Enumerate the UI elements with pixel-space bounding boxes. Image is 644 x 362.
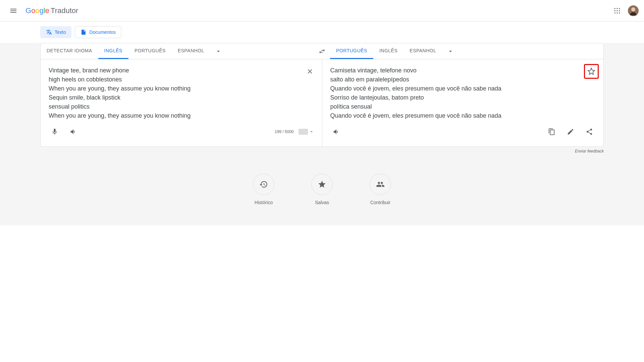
- speaker-icon: [333, 128, 340, 135]
- share-translation-button[interactable]: [583, 126, 595, 138]
- text-mode-chip[interactable]: Texto: [40, 26, 71, 38]
- svg-point-1: [616, 8, 618, 9]
- svg-point-0: [614, 8, 615, 9]
- history-label: Histórico: [255, 200, 273, 205]
- svg-point-2: [619, 8, 620, 9]
- target-lang-tabs: PORTUGUÊS INGLÊS ESPANHOL: [330, 43, 603, 59]
- account-avatar[interactable]: [628, 5, 639, 16]
- target-text-output: Camiseta vintage, telefone novo salto al…: [330, 66, 596, 123]
- star-outline-icon: [587, 67, 595, 75]
- bottom-actions: Histórico Salvas Contribuir: [0, 154, 644, 225]
- documents-mode-chip[interactable]: Documentos: [75, 26, 121, 38]
- copy-translation-button[interactable]: [546, 126, 558, 138]
- detect-language-tab[interactable]: DETECTAR IDIOMA: [41, 43, 98, 59]
- swap-icon: [318, 48, 326, 55]
- hamburger-icon: [9, 7, 17, 15]
- translate-text-icon: [46, 29, 52, 35]
- target-lang-tab-2[interactable]: ESPANHOL: [404, 43, 442, 59]
- source-toolbar: 199 / 5000: [49, 123, 314, 142]
- pencil-icon: [567, 128, 574, 135]
- target-pane: Camiseta vintage, telefone novo salto al…: [322, 59, 604, 146]
- history-button[interactable]: Histórico: [253, 174, 274, 205]
- text-panes: Vintage tee, brand new phone high heels …: [41, 59, 603, 146]
- clear-source-button[interactable]: [304, 65, 316, 77]
- listen-target-button[interactable]: [330, 126, 342, 138]
- swap-languages-button[interactable]: [314, 43, 330, 59]
- keyboard-icon: [299, 129, 308, 135]
- copy-icon: [548, 128, 555, 135]
- source-lang-tabs: DETECTAR IDIOMA INGLÊS PORTUGUÊS ESPANHO…: [41, 43, 314, 59]
- virtual-keyboard-button[interactable]: [299, 129, 314, 135]
- svg-point-10: [631, 7, 635, 11]
- google-translate-logo[interactable]: Google Tradutor: [25, 6, 78, 15]
- product-name: Tradutor: [51, 6, 78, 15]
- star-icon: [318, 180, 326, 189]
- mic-icon: [51, 128, 58, 135]
- app-header: Google Tradutor: [0, 0, 644, 21]
- close-icon: [306, 68, 314, 75]
- chevron-down-icon: [447, 48, 454, 55]
- saved-label: Salvas: [315, 200, 329, 205]
- chevron-down-icon: [215, 48, 222, 55]
- save-translation-button[interactable]: [584, 64, 599, 79]
- svg-point-8: [619, 12, 620, 13]
- mode-chips: Texto Documentos: [0, 21, 644, 43]
- svg-point-4: [616, 10, 618, 11]
- svg-point-5: [619, 10, 620, 11]
- target-lang-tab-1[interactable]: INGLÊS: [373, 43, 404, 59]
- contribute-button[interactable]: Contribuir: [370, 174, 391, 205]
- source-text-input[interactable]: Vintage tee, brand new phone high heels …: [49, 66, 314, 123]
- target-toolbar: [330, 123, 596, 142]
- char-counter-area: 199 / 5000: [275, 129, 314, 135]
- apps-grid-icon: [614, 7, 621, 14]
- language-tabbar: DETECTAR IDIOMA INGLÊS PORTUGUÊS ESPANHO…: [41, 43, 603, 59]
- send-feedback-link[interactable]: Enviar feedback: [0, 147, 644, 154]
- share-icon: [586, 128, 593, 135]
- header-right: [610, 4, 639, 17]
- svg-point-7: [616, 12, 618, 13]
- source-lang-tab-1[interactable]: PORTUGUÊS: [128, 43, 172, 59]
- text-chip-label: Texto: [55, 29, 66, 35]
- header-left: Google Tradutor: [5, 3, 78, 19]
- listen-source-button[interactable]: [67, 126, 79, 138]
- avatar-image: [628, 5, 639, 16]
- history-icon: [259, 180, 268, 189]
- more-target-languages[interactable]: [442, 43, 459, 59]
- char-counter: 199 / 5000: [275, 129, 294, 134]
- hamburger-menu-button[interactable]: [5, 3, 21, 19]
- document-icon: [80, 29, 87, 35]
- more-source-languages[interactable]: [210, 43, 226, 59]
- chevron-down-icon: [309, 129, 314, 134]
- target-lang-tab-0[interactable]: PORTUGUÊS: [330, 43, 373, 59]
- source-lang-tab-2[interactable]: ESPANHOL: [172, 43, 210, 59]
- suggest-edit-button[interactable]: [565, 126, 577, 138]
- community-icon: [376, 180, 385, 189]
- svg-point-3: [614, 10, 615, 11]
- contribute-label: Contribuir: [370, 200, 391, 205]
- translate-panel: DETECTAR IDIOMA INGLÊS PORTUGUÊS ESPANHO…: [40, 43, 604, 147]
- source-pane: Vintage tee, brand new phone high heels …: [41, 59, 322, 146]
- documents-chip-label: Documentos: [89, 29, 116, 35]
- mic-button[interactable]: [49, 126, 61, 138]
- saved-button[interactable]: Salvas: [311, 174, 333, 205]
- speaker-icon: [70, 128, 77, 135]
- google-apps-button[interactable]: [610, 4, 624, 17]
- svg-point-6: [614, 12, 615, 13]
- source-lang-tab-0[interactable]: INGLÊS: [98, 43, 128, 59]
